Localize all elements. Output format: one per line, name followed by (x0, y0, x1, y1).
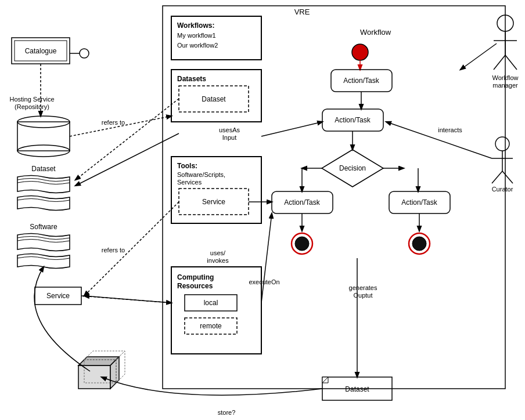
local-label: local (204, 299, 218, 307)
uses-as-input-label2: Input (222, 134, 236, 141)
svg-rect-0 (163, 6, 505, 389)
svg-line-25 (505, 55, 517, 70)
workflows-title: Workflows: (177, 21, 214, 30)
svg-line-39 (261, 213, 272, 303)
svg-line-29 (492, 171, 502, 183)
catalogue-label: Catalogue (25, 47, 57, 55)
software-label: Software (30, 223, 57, 231)
generates-output-label2: Ouptut (353, 292, 372, 299)
svg-line-30 (502, 171, 513, 183)
service-repo-label: Service (46, 292, 70, 300)
workflow-manager-label: Workflow (492, 74, 518, 81)
decision-label: Decision (339, 164, 366, 172)
interacts-label: interacts (438, 126, 462, 133)
tools-subtitle2: Services (177, 179, 202, 186)
curator-label: Curator (492, 186, 513, 193)
workflow-manager-label2: manager (492, 82, 518, 89)
uses-invokes-label2: invokes (207, 257, 229, 264)
uses-invokes-label: uses/ (210, 249, 226, 256)
refers-to-label1: refers to (102, 119, 125, 126)
action-task2-label: Action/Task (335, 116, 371, 124)
action-task4-label: Action/Task (401, 198, 437, 207)
workflow-title: Workflow (360, 28, 391, 37)
tools-title: Tools: (177, 162, 197, 170)
svg-line-24 (494, 55, 505, 70)
svg-line-26 (461, 44, 497, 70)
refers-to-label2: refers to (102, 247, 125, 254)
svg-line-36 (84, 202, 179, 296)
store-label: store? (218, 409, 236, 416)
start-circle (352, 44, 368, 60)
datasets-title: Datasets (177, 75, 206, 83)
uses-as-input-label: usesAs (219, 126, 240, 133)
tools-subtitle1: Software/Scripts, (177, 171, 225, 178)
end-circle-right-inner (412, 237, 426, 251)
catalogue-connector (80, 49, 89, 58)
action-task1-label: Action/Task (343, 77, 379, 85)
dataset-inner-label: Dataset (202, 95, 226, 103)
svg-line-35 (261, 122, 322, 136)
generates-output-label: generates (349, 284, 377, 291)
curator-head (495, 137, 509, 151)
workflow1-label: My workflow1 (177, 32, 216, 39)
hosting-label2: (Repository) (15, 103, 49, 110)
remote-label: remote (200, 322, 222, 330)
computing-title1: Computing (177, 273, 214, 281)
dataset-label: Dataset (31, 165, 56, 173)
svg-line-34 (75, 99, 179, 180)
hosting-label: Hosting Service (9, 96, 54, 103)
end-circle-left-inner (295, 237, 309, 251)
service-inner-label: Service (202, 198, 225, 206)
vre-label: VRE (294, 8, 310, 16)
workflow2-label: Our workflow2 (177, 42, 218, 49)
computing-title2: Resources (177, 282, 213, 290)
svg-rect-5 (78, 365, 110, 389)
output-dataset-label: Dataset (345, 385, 369, 393)
action-task3-label: Action/Task (284, 198, 320, 207)
svg-line-41 (75, 133, 179, 186)
diagram: VRE Catalogue Hosting Service (Repositor… (0, 0, 525, 420)
